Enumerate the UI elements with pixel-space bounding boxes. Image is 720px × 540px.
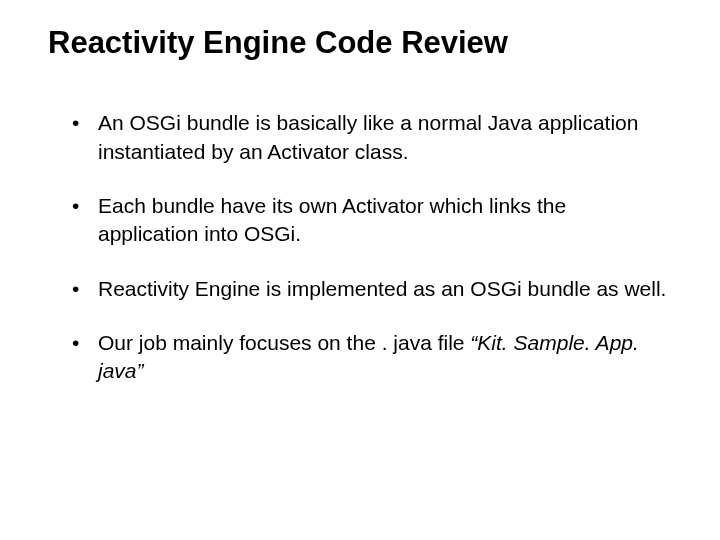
list-item: An OSGi bundle is basically like a norma… bbox=[78, 109, 672, 166]
list-item: Each bundle have its own Activator which… bbox=[78, 192, 672, 249]
slide-title: Reactivity Engine Code Review bbox=[48, 24, 672, 61]
list-item-text: Our job mainly focuses on the . java fil… bbox=[98, 331, 470, 354]
list-item: Our job mainly focuses on the . java fil… bbox=[78, 329, 672, 386]
bullet-list: An OSGi bundle is basically like a norma… bbox=[48, 109, 672, 385]
list-item: Reactivity Engine is implemented as an O… bbox=[78, 275, 672, 303]
